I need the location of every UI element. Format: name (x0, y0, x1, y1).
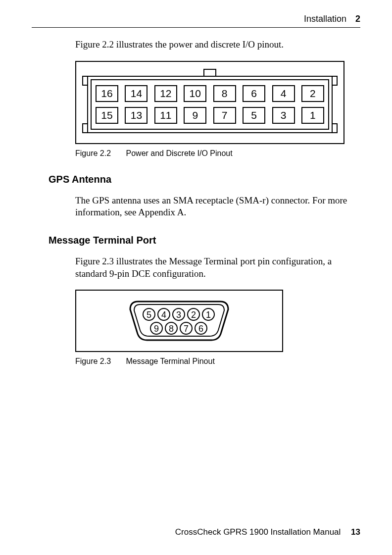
svg-text:2: 2 (191, 310, 196, 320)
section-heading-message-terminal-port: Message Terminal Port (49, 235, 360, 246)
svg-text:3: 3 (176, 310, 181, 320)
figure-2-3-connector: 5 4 3 2 1 9 8 7 6 (75, 290, 283, 352)
connector-outer-shell: 16 14 12 10 8 6 4 2 15 13 11 9 7 (87, 76, 333, 133)
footer-page-number: 13 (351, 527, 360, 537)
connector-inner-shell: 16 14 12 10 8 6 4 2 15 13 11 9 7 (91, 79, 329, 130)
connector-pin: 8 (213, 85, 236, 102)
connector-latch-icon (332, 123, 338, 133)
de9-pin: 9 (150, 322, 162, 334)
intro-paragraph: Figure 2.2 illustrates the power and dis… (75, 39, 355, 51)
section-heading-gps-antenna: GPS Antenna (49, 174, 360, 185)
connector-pin: 16 (96, 85, 118, 102)
de9-pin: 4 (158, 308, 170, 320)
figure-number: Figure 2.3 (75, 357, 111, 365)
connector-pin: 12 (154, 85, 177, 102)
de9-pin: 5 (143, 308, 155, 320)
de9-connector-icon: 5 4 3 2 1 9 8 7 6 (127, 299, 231, 343)
connector-pin: 3 (272, 107, 295, 124)
running-header: Installation 2 (32, 14, 360, 26)
de9-pin: 8 (165, 322, 177, 334)
connector-latch-icon (82, 123, 88, 133)
connector-pin-row-bottom: 15 13 11 9 7 5 3 1 (96, 107, 324, 124)
svg-text:8: 8 (169, 324, 174, 334)
connector-latch-icon (332, 76, 338, 86)
message-terminal-paragraph: Figure 2.3 illustrates the Message Termi… (75, 255, 355, 280)
figure-number: Figure 2.2 (75, 149, 111, 157)
svg-text:4: 4 (161, 310, 166, 320)
de9-pin: 3 (173, 308, 185, 320)
connector-pin: 5 (243, 107, 265, 124)
connector-pin: 10 (184, 85, 206, 102)
de9-pin: 2 (188, 308, 199, 320)
connector-key-notch (203, 69, 216, 76)
page-footer: CrossCheck GPRS 1900 Installation Manual… (175, 527, 360, 537)
footer-manual-title: CrossCheck GPRS 1900 Installation Manual (175, 527, 341, 537)
figure-2-2-connector: 16 14 12 10 8 6 4 2 15 13 11 9 7 (75, 61, 344, 144)
connector-pin: 11 (154, 107, 177, 124)
figure-2-2-caption: Figure 2.2 Power and Discrete I/O Pinout (75, 149, 360, 158)
connector-pin: 14 (125, 85, 147, 102)
svg-text:7: 7 (184, 324, 189, 334)
connector-pin: 15 (96, 107, 118, 124)
connector-pin-row-top: 16 14 12 10 8 6 4 2 (96, 85, 324, 102)
header-rule (32, 27, 360, 28)
figure-title: Power and Discrete I/O Pinout (126, 149, 233, 157)
connector-latch-icon (82, 76, 88, 86)
connector-pin: 7 (213, 107, 236, 124)
connector-pin: 4 (272, 85, 295, 102)
de9-pin: 1 (202, 308, 214, 320)
figure-2-3-caption: Figure 2.3 Message Terminal Pinout (75, 357, 360, 366)
connector-pin: 6 (243, 85, 265, 102)
gps-antenna-paragraph: The GPS antenna uses an SMA receptacle (… (75, 195, 355, 219)
connector-pin: 9 (184, 107, 206, 124)
connector-pin: 2 (301, 85, 324, 102)
header-chapter-number: 2 (355, 14, 360, 24)
svg-text:1: 1 (206, 310, 211, 320)
connector-pin: 1 (301, 107, 324, 124)
header-section: Installation (304, 14, 346, 24)
de9-pin: 7 (180, 322, 192, 334)
de9-pin: 6 (195, 322, 207, 334)
svg-text:5: 5 (147, 310, 151, 320)
connector-pin: 13 (125, 107, 147, 124)
svg-text:6: 6 (198, 324, 203, 334)
figure-title: Message Terminal Pinout (126, 357, 215, 365)
svg-text:9: 9 (154, 324, 159, 334)
